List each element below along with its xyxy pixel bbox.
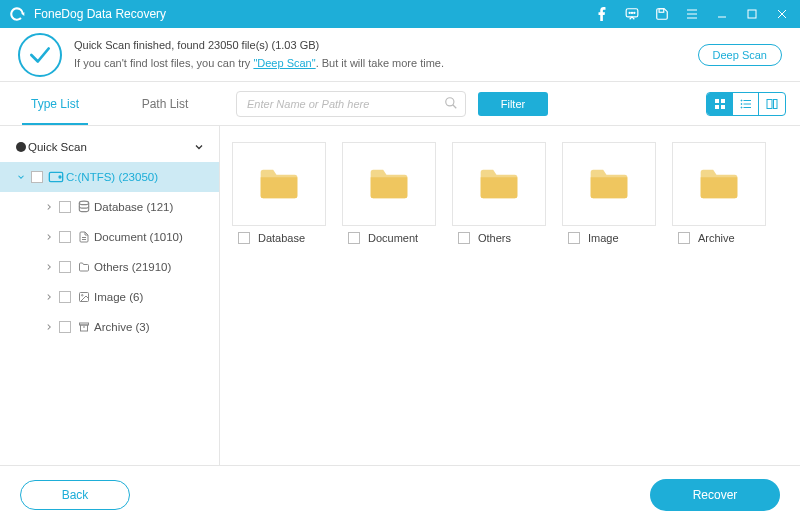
checkbox[interactable] [56, 231, 74, 243]
search-icon[interactable] [444, 96, 458, 110]
checkbox[interactable] [238, 232, 250, 244]
facebook-icon[interactable] [594, 6, 610, 22]
app-logo-icon [8, 5, 26, 23]
sidebar-item-label: Document (1010) [94, 231, 209, 243]
checkbox[interactable] [56, 261, 74, 273]
view-grid-button[interactable] [707, 93, 733, 115]
close-icon[interactable] [774, 6, 790, 22]
checkmark-icon [18, 33, 62, 77]
folder-icon [74, 261, 94, 273]
svg-rect-9 [748, 10, 756, 18]
document-icon [74, 230, 94, 244]
summary-prefix: Quick Scan finished, found [74, 39, 208, 51]
folder-label: Database [258, 232, 305, 244]
checkbox[interactable] [678, 232, 690, 244]
checkbox[interactable] [56, 321, 74, 333]
sidebar-item-others[interactable]: Others (21910) [0, 252, 219, 282]
chevron-down-icon[interactable] [14, 172, 28, 182]
summary-mid: file(s) ( [239, 39, 276, 51]
folder-card-image[interactable]: Image [562, 142, 656, 244]
sidebar-drive-c[interactable]: C:(NTFS) (23050) [0, 162, 219, 192]
checkbox[interactable] [56, 201, 74, 213]
filter-button[interactable]: Filter [478, 92, 548, 116]
folder-card-database[interactable]: Database [232, 142, 326, 244]
checkbox[interactable] [458, 232, 470, 244]
view-preview-button[interactable] [759, 93, 785, 115]
svg-rect-15 [721, 99, 725, 103]
chevron-down-icon[interactable] [193, 141, 209, 153]
chevron-right-icon[interactable] [42, 202, 56, 212]
minimize-icon[interactable] [714, 6, 730, 22]
svg-rect-34 [81, 325, 88, 331]
svg-point-27 [59, 176, 61, 178]
tab-path-list[interactable]: Path List [110, 82, 220, 125]
tab-type-list[interactable]: Type List [0, 82, 110, 125]
sidebar-item-database[interactable]: Database (121) [0, 192, 219, 222]
folder-card-document[interactable]: Document [342, 142, 436, 244]
menu-icon[interactable] [684, 6, 700, 22]
svg-rect-25 [774, 99, 778, 108]
database-icon [74, 200, 94, 214]
footer: Back Recover [0, 465, 800, 523]
found-total-size: 1.03 GB [275, 39, 315, 51]
svg-point-12 [446, 97, 454, 105]
archive-icon [74, 321, 94, 333]
deep-scan-button[interactable]: Deep Scan [698, 44, 782, 66]
folder-icon [452, 142, 546, 226]
folder-label: Document [368, 232, 418, 244]
image-icon [74, 291, 94, 303]
svg-point-22 [741, 103, 742, 104]
save-icon[interactable] [654, 6, 670, 22]
drive-label: C:(NTFS) (23050) [66, 171, 209, 183]
folder-label: Image [588, 232, 619, 244]
folder-card-archive[interactable]: Archive [672, 142, 766, 244]
svg-rect-4 [659, 9, 664, 13]
checkbox[interactable] [28, 171, 46, 183]
sidebar-item-image[interactable]: Image (6) [0, 282, 219, 312]
deep-scan-link[interactable]: "Deep Scan" [253, 57, 315, 69]
sidebar-item-label: Others (21910) [94, 261, 209, 273]
chevron-right-icon[interactable] [42, 292, 56, 302]
svg-point-3 [634, 12, 635, 13]
titlebar: FoneDog Data Recovery [0, 0, 800, 28]
chevron-right-icon[interactable] [42, 262, 56, 272]
sidebar-tree: Quick Scan C:(NTFS) (23050) Database (12… [0, 126, 220, 465]
search-input[interactable] [236, 91, 466, 117]
svg-point-1 [629, 12, 630, 13]
checkbox[interactable] [56, 291, 74, 303]
toolbar: Type List Path List Filter [0, 82, 800, 126]
folder-icon [672, 142, 766, 226]
svg-rect-17 [721, 105, 725, 109]
svg-rect-24 [767, 99, 772, 108]
checkbox[interactable] [348, 232, 360, 244]
sidebar-item-label: Archive (3) [94, 321, 209, 333]
svg-point-32 [82, 295, 84, 297]
app-title: FoneDog Data Recovery [34, 7, 594, 21]
folder-icon [342, 142, 436, 226]
svg-point-2 [631, 12, 632, 13]
list-mode-tabs: Type List Path List [0, 82, 220, 125]
recover-button[interactable]: Recover [650, 479, 780, 511]
folder-label: Archive [698, 232, 735, 244]
sidebar-quick-scan[interactable]: Quick Scan [0, 132, 219, 162]
folder-card-others[interactable]: Others [452, 142, 546, 244]
quick-scan-label: Quick Scan [28, 141, 193, 153]
folder-icon [562, 142, 656, 226]
svg-rect-14 [715, 99, 719, 103]
hint-prefix: If you can't find lost files, you can tr… [74, 57, 253, 69]
back-button[interactable]: Back [20, 480, 130, 510]
hint-suffix: . But it will take more time. [316, 57, 444, 69]
view-list-button[interactable] [733, 93, 759, 115]
sidebar-item-document[interactable]: Document (1010) [0, 222, 219, 252]
checkbox[interactable] [568, 232, 580, 244]
svg-line-13 [453, 104, 457, 108]
sidebar-item-archive[interactable]: Archive (3) [0, 312, 219, 342]
drive-icon [46, 171, 66, 183]
chevron-right-icon[interactable] [42, 232, 56, 242]
summary-suffix: ) [316, 39, 320, 51]
search-wrapper [236, 91, 466, 117]
chevron-right-icon[interactable] [42, 322, 56, 332]
feedback-icon[interactable] [624, 6, 640, 22]
maximize-icon[interactable] [744, 6, 760, 22]
folder-grid: Database Document Others Image Archive [220, 126, 800, 465]
